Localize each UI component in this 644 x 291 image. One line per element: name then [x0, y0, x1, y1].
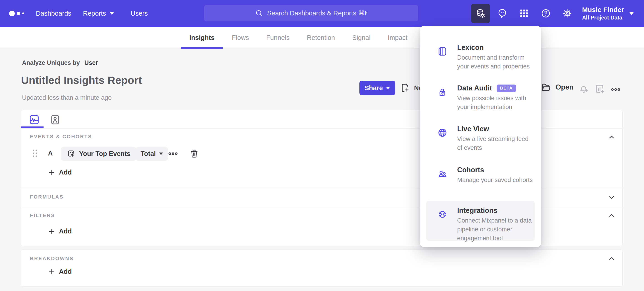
data-management-button[interactable]	[471, 4, 490, 23]
tab-signal[interactable]: Signal	[344, 27, 379, 49]
filters-header: FILTERS	[30, 213, 55, 219]
profiles-view-tab[interactable]	[50, 114, 61, 126]
collapse-breakdowns-button[interactable]	[608, 255, 616, 263]
collapse-events-button[interactable]	[608, 133, 616, 141]
profile-card-icon	[50, 114, 61, 125]
menu-item-data-audit[interactable]: Data Audit BETA View possible issues wit…	[420, 84, 541, 111]
tab-flows-label: Flows	[232, 34, 249, 41]
analyze-uniques-row: Analyze Uniques byUser	[22, 59, 98, 66]
nav-dashboards[interactable]: Dashboards	[36, 0, 71, 27]
mixpanel-insights-screen: Dashboards Reports Users	[0, 0, 644, 291]
tab-funnels[interactable]: Funnels	[258, 27, 298, 49]
more-options-button[interactable]	[610, 84, 621, 95]
chart-add-button[interactable]	[594, 83, 606, 94]
active-view-underline	[21, 126, 44, 128]
document-plus-icon	[400, 83, 410, 93]
nav-reports-label: Reports	[83, 10, 106, 17]
add-breakdown-label: Add	[59, 268, 72, 275]
menu-item-title: Data Audit	[457, 84, 492, 92]
menu-item-description: View possible issues with your implement…	[457, 94, 534, 111]
lexicon-book-icon	[437, 46, 448, 57]
help-button[interactable]	[536, 4, 555, 23]
chevron-down-icon	[629, 12, 634, 15]
tab-flows[interactable]: Flows	[223, 27, 258, 49]
menu-item-description: Document and transform your events and p…	[457, 53, 534, 71]
updated-timestamp: Updated less than a minute ago	[22, 94, 112, 101]
add-filter-button[interactable]: Add	[48, 228, 72, 235]
drag-handle[interactable]	[33, 150, 37, 157]
project-selector[interactable]: Music Finder All Project Data	[582, 0, 634, 27]
plus-icon	[48, 228, 55, 235]
folder-open-icon	[541, 82, 552, 92]
tab-retention-label: Retention	[307, 34, 335, 41]
aggregation-select-button[interactable]: Total	[136, 147, 168, 161]
grid-icon	[519, 8, 529, 18]
chevron-down-icon	[110, 12, 114, 15]
menu-item-title: Integrations	[457, 207, 534, 215]
menu-item-live-view[interactable]: Live View View a live streaming feed of …	[420, 125, 541, 152]
chevron-down-icon	[159, 153, 163, 155]
chat-bubble-icon	[497, 8, 508, 19]
open-label: Open	[556, 83, 574, 91]
share-button[interactable]: Share	[360, 81, 395, 95]
delete-event-button[interactable]	[189, 148, 199, 158]
menu-item-title: Cohorts	[457, 166, 534, 174]
chevron-down-icon	[386, 87, 390, 89]
report-tab-bar: Insights Flows Funnels Retention Signal …	[0, 27, 644, 49]
tab-insights[interactable]: Insights	[181, 27, 223, 49]
breakdowns-card: BREAKDOWNS Add	[21, 250, 623, 287]
nav-dashboards-label: Dashboards	[36, 10, 71, 17]
project-scope: All Project Data	[582, 14, 622, 21]
chevron-down-icon	[608, 194, 616, 201]
analyze-value-dropdown[interactable]: User	[84, 59, 98, 66]
nav-users[interactable]: Users	[130, 0, 148, 27]
metrics-view-tab[interactable]	[28, 114, 40, 126]
event-cursor-icon	[67, 149, 76, 158]
collapse-filters-button[interactable]	[608, 212, 616, 219]
feedback-button[interactable]	[493, 4, 512, 23]
plus-icon	[48, 169, 55, 176]
event-select-button[interactable]: Your Top Events	[61, 147, 136, 161]
menu-item-title: Live View	[457, 125, 534, 133]
add-breakdown-button[interactable]: Add	[48, 268, 72, 275]
expand-formulas-button[interactable]	[608, 194, 616, 201]
trash-icon	[189, 148, 199, 158]
new-board-button[interactable]: Ne	[400, 83, 422, 93]
chevron-up-icon	[608, 212, 616, 219]
event-row-letter: A	[46, 150, 54, 157]
settings-button[interactable]	[558, 4, 576, 23]
menu-item-cohorts[interactable]: Cohorts Manage your saved cohorts	[420, 166, 541, 185]
analyze-label: Analyze Uniques by	[22, 59, 80, 66]
beta-badge: BETA	[496, 84, 516, 92]
menu-item-integrations[interactable]: Integrations Connect Mixpanel to a data …	[420, 207, 541, 243]
nav-reports[interactable]: Reports	[83, 0, 114, 27]
data-management-menu: Lexicon Document and transform your even…	[420, 26, 541, 247]
events-cohorts-header: EVENTS & COHORTS	[30, 134, 92, 140]
apps-grid-button[interactable]	[515, 4, 533, 23]
menu-item-description: Manage your saved cohorts	[457, 176, 534, 185]
event-row-more-button[interactable]	[168, 148, 178, 159]
alert-add-button[interactable]	[578, 83, 589, 94]
tab-impact-label: Impact	[388, 34, 408, 41]
open-button[interactable]: Open	[541, 82, 574, 92]
add-event-label: Add	[59, 169, 72, 176]
tab-retention[interactable]: Retention	[298, 27, 344, 49]
chart-plus-icon	[594, 83, 606, 94]
database-gear-icon	[475, 8, 486, 19]
question-circle-icon	[540, 8, 551, 19]
search-input[interactable]	[267, 9, 367, 17]
menu-item-lexicon[interactable]: Lexicon Document and transform your even…	[420, 43, 541, 71]
report-title[interactable]: Untitled Insights Report	[21, 74, 142, 86]
search-bar[interactable]	[204, 5, 418, 21]
top-nav: Dashboards Reports Users	[0, 0, 644, 27]
share-label: Share	[365, 84, 383, 92]
add-event-button[interactable]: Add	[48, 169, 72, 176]
tab-impact[interactable]: Impact	[379, 27, 416, 49]
plus-icon	[48, 268, 55, 275]
formulas-header: FORMULAS	[30, 194, 64, 200]
gear-icon	[562, 8, 572, 19]
mixpanel-logo-icon[interactable]	[9, 0, 24, 27]
cohorts-people-icon	[437, 169, 448, 179]
more-horizontal-icon	[168, 148, 178, 159]
tab-funnels-label: Funnels	[266, 34, 290, 41]
